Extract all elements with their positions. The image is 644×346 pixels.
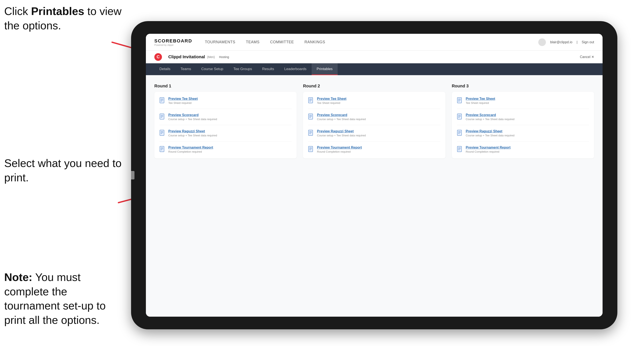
tab-bar: Details Teams Course Setup Tee Groups Re…: [146, 63, 602, 75]
annotation-middle: Select what you need to print.: [4, 156, 123, 185]
round-1-raguzzi-label[interactable]: Preview Raguzzi Sheet: [168, 129, 217, 133]
tournament-report-icon-r3: [457, 146, 463, 153]
svg-rect-20: [308, 98, 313, 103]
round-1-raguzzi-sub: Course setup + Tee Sheet data required: [168, 134, 217, 137]
tab-results[interactable]: Results: [257, 63, 279, 75]
round-2-tee-sheet-info: Preview Tee Sheet Tee Sheet required: [317, 97, 346, 105]
round-2-raguzzi-label[interactable]: Preview Raguzzi Sheet: [317, 129, 366, 133]
tab-details[interactable]: Details: [154, 63, 176, 75]
svg-rect-44: [457, 130, 462, 136]
round-3-card: Preview Tee Sheet Tee Sheet required: [452, 92, 594, 158]
user-avatar: [538, 38, 546, 46]
round-1-scorecard-sub: Course setup + Tee Sheet data required: [168, 118, 217, 121]
round-2-tournament-report[interactable]: Preview Tournament Report Round Completi…: [308, 146, 440, 153]
round-3-scorecard-label[interactable]: Preview Scorecard: [466, 113, 514, 117]
round-2-scorecard-sub: Course setup + Tee Sheet data required: [317, 118, 366, 121]
round-2-scorecard[interactable]: Preview Scorecard Course setup + Tee She…: [308, 113, 440, 121]
divider-r3-3: [457, 141, 589, 142]
round-1-scorecard-label[interactable]: Preview Scorecard: [168, 113, 217, 117]
round-3-tee-sheet-info: Preview Tee Sheet Tee Sheet required: [466, 97, 495, 105]
round-3-raguzzi-label[interactable]: Preview Raguzzi Sheet: [466, 129, 514, 133]
tournament-badge: (Men): [207, 55, 215, 59]
top-nav-links: TOURNAMENTS TEAMS COMMITTEE RANKINGS: [205, 40, 538, 44]
tab-printables[interactable]: Printables: [312, 63, 338, 75]
round-1-tee-sheet-label[interactable]: Preview Tee Sheet: [168, 97, 198, 101]
round-3-title: Round 3: [452, 84, 594, 88]
round-3-scorecard-info: Preview Scorecard Course setup + Tee She…: [466, 113, 514, 121]
round-1-tournament-report-label[interactable]: Preview Tournament Report: [168, 146, 213, 150]
nav-tournaments[interactable]: TOURNAMENTS: [205, 40, 235, 44]
round-2-tee-sheet-sub: Tee Sheet required: [317, 101, 346, 105]
round-3-tee-sheet-label[interactable]: Preview Tee Sheet: [466, 97, 495, 101]
round-1-scorecard[interactable]: Preview Scorecard Course setup + Tee She…: [160, 113, 292, 121]
round-2-tee-sheet[interactable]: Preview Tee Sheet Tee Sheet required: [308, 97, 440, 105]
round-2-column: Round 2: [303, 84, 445, 158]
nav-committee[interactable]: COMMITTEE: [270, 40, 294, 44]
divider-r1-3: [160, 141, 292, 142]
svg-rect-12: [160, 130, 164, 136]
clippd-c-logo: C: [154, 53, 162, 61]
scorecard-icon-r2: [308, 114, 314, 120]
tablet-side-button: [131, 171, 134, 179]
tee-sheet-icon-r3: [457, 97, 463, 104]
tablet-screen: SCOREBOARD Powered by clippd TOURNAMENTS…: [146, 34, 602, 317]
tab-course-setup[interactable]: Course Setup: [196, 63, 228, 75]
round-1-scorecard-info: Preview Scorecard Course setup + Tee She…: [168, 113, 217, 121]
top-nav-right: blair@clippd.io | Sign out: [538, 38, 594, 46]
nav-rankings[interactable]: RANKINGS: [304, 40, 325, 44]
svg-rect-16: [160, 146, 164, 152]
round-3-tournament-report-label[interactable]: Preview Tournament Report: [466, 146, 510, 150]
status-badge: Hosting: [219, 55, 229, 59]
round-2-scorecard-label[interactable]: Preview Scorecard: [317, 113, 366, 117]
round-2-raguzzi-sub: Course setup + Tee Sheet data required: [317, 134, 366, 137]
round-3-scorecard[interactable]: Preview Scorecard Course setup + Tee She…: [457, 113, 589, 121]
cancel-button[interactable]: Cancel ✕: [580, 55, 594, 59]
tournament-report-icon-r2: [308, 146, 314, 153]
logo-area: SCOREBOARD Powered by clippd: [154, 38, 192, 46]
svg-rect-8: [160, 114, 164, 119]
round-1-raguzzi[interactable]: Preview Raguzzi Sheet Course setup + Tee…: [160, 129, 292, 137]
round-2-tournament-report-label[interactable]: Preview Tournament Report: [317, 146, 362, 150]
round-2-tee-sheet-label[interactable]: Preview Tee Sheet: [317, 97, 346, 101]
tab-leaderboards[interactable]: Leaderboards: [279, 63, 312, 75]
tee-sheet-icon-r1: [160, 97, 165, 104]
round-2-card: Preview Tee Sheet Tee Sheet required: [303, 92, 445, 158]
round-3-tee-sheet-sub: Tee Sheet required: [466, 101, 495, 105]
annotation-note-bold: Note:: [4, 271, 32, 283]
top-navigation: SCOREBOARD Powered by clippd TOURNAMENTS…: [146, 34, 602, 51]
round-2-raguzzi[interactable]: Preview Raguzzi Sheet Course setup + Tee…: [308, 129, 440, 137]
round-2-title: Round 2: [303, 84, 445, 88]
round-1-tee-sheet[interactable]: Preview Tee Sheet Tee Sheet required: [160, 97, 292, 105]
tablet-device: SCOREBOARD Powered by clippd TOURNAMENTS…: [131, 21, 617, 329]
tab-teams[interactable]: Teams: [176, 63, 196, 75]
logo-subtitle: Powered by clippd: [154, 44, 192, 46]
round-2-tournament-report-info: Preview Tournament Report Round Completi…: [317, 146, 362, 153]
round-1-tournament-report[interactable]: Preview Tournament Report Round Completi…: [160, 146, 292, 153]
user-email: blair@clippd.io: [550, 40, 572, 44]
round-2-scorecard-info: Preview Scorecard Course setup + Tee She…: [317, 113, 366, 121]
sign-out-link[interactable]: |: [576, 40, 578, 44]
round-1-card: Preview Tee Sheet Tee Sheet required: [154, 92, 297, 158]
logo-title: SCOREBOARD: [154, 38, 192, 44]
round-1-title: Round 1: [154, 84, 297, 88]
round-3-raguzzi[interactable]: Preview Raguzzi Sheet Course setup + Tee…: [457, 129, 589, 137]
sign-out-text[interactable]: Sign out: [582, 40, 594, 44]
raguzzi-icon-r1: [160, 130, 165, 137]
annotation-bottom: Note: You must complete the tournament s…: [4, 270, 123, 327]
tab-tee-groups[interactable]: Tee Groups: [228, 63, 257, 75]
round-3-raguzzi-sub: Course setup + Tee Sheet data required: [466, 134, 514, 137]
round-1-raguzzi-info: Preview Raguzzi Sheet Course setup + Tee…: [168, 129, 217, 137]
sub-header: C Clippd Invitational (Men) Hosting Canc…: [146, 51, 602, 63]
raguzzi-icon-r2: [308, 130, 314, 137]
round-3-tee-sheet[interactable]: Preview Tee Sheet Tee Sheet required: [457, 97, 589, 105]
svg-rect-32: [308, 146, 313, 152]
nav-teams[interactable]: TEAMS: [246, 40, 260, 44]
divider-r2-3: [308, 141, 440, 142]
svg-rect-28: [308, 130, 313, 136]
round-3-raguzzi-info: Preview Raguzzi Sheet Course setup + Tee…: [466, 129, 514, 137]
svg-rect-36: [457, 98, 462, 103]
annotation-top: Click Printables to view the options.: [4, 4, 123, 33]
round-3-tournament-report[interactable]: Preview Tournament Report Round Completi…: [457, 146, 589, 153]
main-content: Round 1: [146, 75, 602, 317]
round-1-tournament-report-sub: Round Completion required: [168, 150, 213, 153]
